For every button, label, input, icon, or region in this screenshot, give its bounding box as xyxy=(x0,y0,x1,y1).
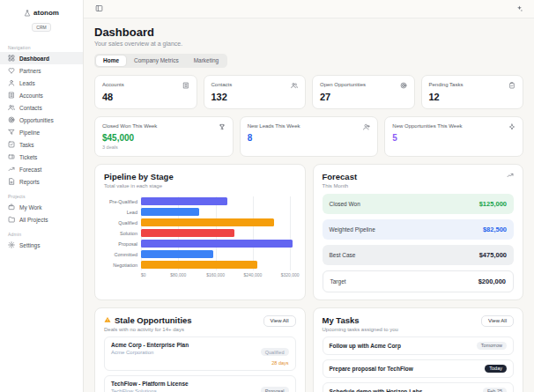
sidebar-item-dashboard[interactable]: Dashboard xyxy=(0,52,83,64)
users-icon xyxy=(291,82,298,89)
task-item[interactable]: Follow up with Acme Corp Tomorrow xyxy=(323,337,515,355)
tab-marketing[interactable]: Marketing xyxy=(187,55,226,66)
stage-badge: Proposal xyxy=(261,387,289,392)
forecast-row-target: Target $200,000 xyxy=(323,270,515,292)
tasks-view-all-button[interactable]: View All xyxy=(481,315,514,327)
stale-opportunity-item[interactable]: TechFlow - Platform License TechFlow Sol… xyxy=(104,375,296,392)
page-subtitle: Your sales overview at a glance. xyxy=(94,41,523,47)
stat-value: 132 xyxy=(211,92,299,102)
chart-bar xyxy=(141,261,257,269)
task-name: Follow up with Acme Corp xyxy=(330,343,401,349)
stale-title: Stale Opportunities xyxy=(115,315,192,325)
closed-won-card[interactable]: Closed Won This Week $45,000 3 deals xyxy=(94,116,234,157)
bottom-panels-row: Stale Opportunities Deals with no activi… xyxy=(94,307,523,392)
folder-icon xyxy=(8,216,15,223)
sidebar-item-accounts[interactable]: Accounts xyxy=(0,89,83,101)
sidebar-item-label: Partners xyxy=(19,68,41,74)
tab-company-metrics[interactable]: Company Metrics xyxy=(127,55,186,66)
sparkles-icon xyxy=(515,4,523,12)
sidebar-item-pipeline[interactable]: Pipeline xyxy=(0,126,83,138)
x-tick-label: $320,000 xyxy=(281,272,300,277)
tasks-subtitle: Upcoming tasks assigned to you xyxy=(323,327,398,332)
gear-icon xyxy=(8,241,15,248)
middle-panels-row: Pipeline by Stage Total value in each st… xyxy=(94,164,523,300)
file-text-icon xyxy=(8,178,15,185)
sidebar-item-label: Pipeline xyxy=(19,129,40,136)
chart-bar xyxy=(141,240,293,248)
trending-up-icon xyxy=(507,172,514,179)
sidebar-item-label: My Work xyxy=(19,204,42,211)
stat-label: Accounts xyxy=(102,82,124,87)
highlight-label: New Opportunities This Week xyxy=(392,123,462,129)
sidebar-toggle-button[interactable] xyxy=(93,3,105,15)
sidebar-item-opportunities[interactable]: Opportunities xyxy=(0,114,83,126)
clipboard-check-icon xyxy=(508,82,515,89)
nav-section-admin: Admin xyxy=(0,232,83,237)
new-opportunities-card[interactable]: New Opportunities This Week 5 xyxy=(384,116,523,157)
stat-value: 48 xyxy=(102,92,189,102)
target-icon xyxy=(8,116,15,123)
x-tick-label: $80,000 xyxy=(170,272,186,277)
sidebar-item-settings[interactable]: Settings xyxy=(0,239,83,251)
sidebar-item-contacts[interactable]: Contacts xyxy=(0,101,83,114)
stale-opportunity-item[interactable]: Acme Corp - Enterprise Plan Acme Corpora… xyxy=(104,337,296,371)
highlight-label: New Leads This Week xyxy=(248,123,300,129)
chart-category-label: Negotiation xyxy=(104,260,141,270)
forecast-row-best-case: Best Case $475,000 xyxy=(323,245,515,265)
funnel-icon xyxy=(8,129,15,136)
task-item[interactable]: Prepare proposal for TechFlow Today xyxy=(323,359,515,378)
chart-category-label: Committed xyxy=(104,249,141,260)
forecast-row-label: Target xyxy=(330,278,346,285)
sidebar-item-label: Forecast xyxy=(19,166,41,173)
assistant-button[interactable] xyxy=(513,3,525,15)
forecast-panel: Forecast This Month Closed Won $125,000 … xyxy=(313,164,524,300)
sidebar-item-label: Tickets xyxy=(19,154,37,160)
x-tick-label: $160,000 xyxy=(206,272,225,277)
sidebar-item-forecast[interactable]: Forecast xyxy=(0,163,83,175)
trophy-icon xyxy=(219,123,226,130)
new-leads-card[interactable]: New Leads This Week 8 xyxy=(240,116,379,157)
stat-card-open-opportunities[interactable]: Open Opportunities 27 xyxy=(312,75,415,109)
sidebar-item-my-work[interactable]: My Work xyxy=(0,201,83,213)
flask-logo-icon xyxy=(24,10,31,17)
task-name: Schedule demo with Horizon Labs xyxy=(330,388,423,392)
highlight-value: 8 xyxy=(248,133,371,143)
task-due-badge: Tomorrow xyxy=(477,342,507,350)
target-icon xyxy=(400,82,407,89)
nav-section-navigation: Navigation xyxy=(0,45,83,50)
main-area: Dashboard Your sales overview at a glanc… xyxy=(84,0,534,392)
stat-label: Pending Tasks xyxy=(429,82,464,87)
sidebar-item-label: Tasks xyxy=(19,142,34,148)
sidebar-item-reports[interactable]: Reports xyxy=(0,175,83,188)
page-title: Dashboard xyxy=(94,26,523,39)
forecast-row-value: $475,000 xyxy=(479,251,507,259)
sidebar-item-leads[interactable]: Leads xyxy=(0,77,83,89)
building-icon xyxy=(8,92,15,99)
stale-view-all-button[interactable]: View All xyxy=(263,315,296,327)
stat-card-accounts[interactable]: Accounts 48 xyxy=(94,75,197,109)
pipeline-panel: Pipeline by Stage Total value in each st… xyxy=(94,164,306,300)
forecast-title: Forecast xyxy=(323,172,358,181)
sidebar-item-tickets[interactable]: Tickets xyxy=(0,151,83,163)
sidebar-item-tasks[interactable]: Tasks xyxy=(0,138,83,151)
triangle-alert-icon xyxy=(104,316,111,323)
task-item[interactable]: Schedule demo with Horizon Labs Feb 25 xyxy=(323,382,515,392)
sidebar-item-all-projects[interactable]: All Projects xyxy=(0,213,83,226)
opportunity-company: TechFlow Solutions xyxy=(111,388,189,392)
users-icon xyxy=(8,104,15,111)
sidebar-item-label: All Projects xyxy=(19,217,48,223)
stat-card-contacts[interactable]: Contacts 132 xyxy=(204,75,307,109)
app-window: atonom CRM Navigation Dashboard Partners… xyxy=(0,0,534,392)
chart-bar xyxy=(141,250,213,258)
chart-category-label: Lead xyxy=(104,207,141,218)
pipeline-title: Pipeline by Stage xyxy=(104,172,296,181)
sidebar-item-label: Reports xyxy=(19,179,40,185)
tab-home[interactable]: Home xyxy=(96,55,126,66)
sidebar-item-partners[interactable]: Partners xyxy=(0,64,83,77)
tasks-title: My Tasks xyxy=(323,315,398,325)
opportunity-name: TechFlow - Platform License xyxy=(111,381,189,387)
sidebar-item-label: Dashboard xyxy=(19,55,49,62)
chart-category-label: Proposal xyxy=(104,239,141,249)
stat-card-pending-tasks[interactable]: Pending Tasks 12 xyxy=(421,75,524,109)
brand-name: atonom xyxy=(33,9,59,17)
